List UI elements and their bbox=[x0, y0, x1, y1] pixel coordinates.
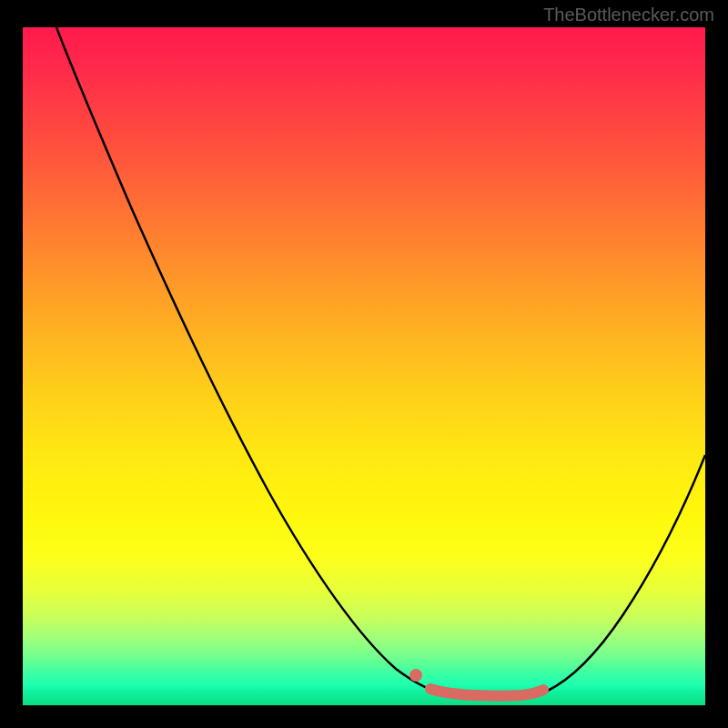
optimal-range-highlight bbox=[430, 689, 543, 696]
highlight-start-dot bbox=[410, 669, 422, 682]
chart-plot-area bbox=[23, 27, 705, 705]
bottleneck-curve bbox=[56, 27, 705, 696]
attribution-text: TheBottlenecker.com bbox=[543, 5, 714, 25]
bottleneck-curve-svg bbox=[23, 27, 705, 705]
